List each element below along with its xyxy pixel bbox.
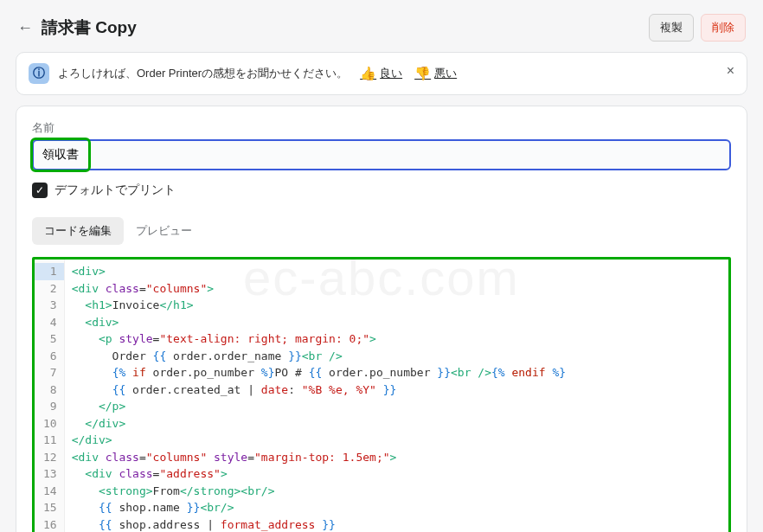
line-numbers: 12345678910111213141516171819 bbox=[35, 260, 65, 532]
thumb-down-icon: 👎 bbox=[414, 66, 431, 81]
feedback-banner: ⓘ よろしければ、Order Printerの感想をお聞かせください。 👍 良い… bbox=[16, 52, 747, 95]
info-icon: ⓘ bbox=[29, 63, 49, 84]
feedback-text: よろしければ、Order Printerの感想をお聞かせください。 bbox=[58, 66, 348, 81]
name-label: 名前 bbox=[32, 120, 731, 136]
tab-edit-code[interactable]: コードを編集 bbox=[32, 217, 124, 245]
main-card: 名前 ✓ デフォルトでプリント コードを編集 プレビュー 12345678910… bbox=[16, 106, 747, 532]
close-icon[interactable]: × bbox=[727, 63, 734, 79]
print-default-checkbox[interactable]: ✓ bbox=[32, 183, 48, 198]
page-header: ← 請求書 Copy 複製 削除 bbox=[0, 0, 763, 52]
feedback-bad-link[interactable]: 👎 悪い bbox=[414, 66, 457, 81]
duplicate-button[interactable]: 複製 bbox=[649, 14, 694, 42]
delete-button[interactable]: 削除 bbox=[701, 14, 746, 42]
code-editor[interactable]: 12345678910111213141516171819 <div><div … bbox=[35, 260, 728, 532]
back-arrow-icon[interactable]: ← bbox=[17, 19, 33, 37]
page-title: 請求書 Copy bbox=[42, 16, 137, 39]
feedback-good-link[interactable]: 👍 良い bbox=[360, 66, 402, 81]
thumb-up-icon: 👍 bbox=[360, 66, 376, 81]
print-default-label: デフォルトでプリント bbox=[54, 183, 176, 198]
tab-preview[interactable]: プレビュー bbox=[124, 217, 204, 245]
code-editor-area: 12345678910111213141516171819 <div><div … bbox=[32, 257, 731, 532]
name-input[interactable] bbox=[32, 139, 731, 170]
code-content[interactable]: <div><div class="columns"> <h1>Invoice</… bbox=[65, 260, 728, 532]
tabs: コードを編集 プレビュー bbox=[32, 217, 731, 245]
